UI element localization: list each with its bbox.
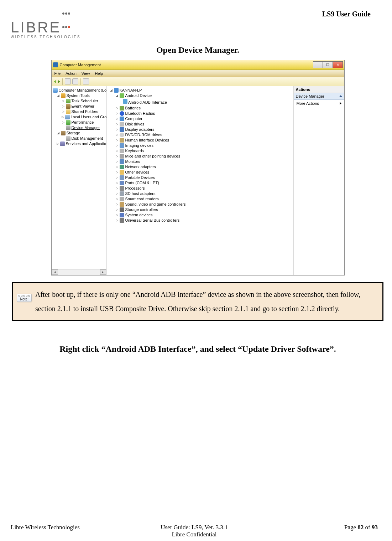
tree-device-manager[interactable]: Device Manager xyxy=(52,125,106,130)
tree-item[interactable]: ▷Local Users and Groups xyxy=(52,114,106,120)
tree-item[interactable]: ▷Performance xyxy=(52,120,106,125)
menu-action[interactable]: Action xyxy=(66,71,77,76)
expander-icon[interactable]: ▷ xyxy=(115,192,119,195)
tree-root[interactable]: Computer Management (Local) xyxy=(52,88,106,93)
tree-system-tools[interactable]: ◢System Tools xyxy=(52,93,106,98)
expander-icon[interactable]: ▷ xyxy=(115,117,119,120)
device-category[interactable]: ▷Other devices xyxy=(108,170,293,175)
collapse-icon[interactable] xyxy=(339,95,342,97)
computer-icon xyxy=(53,88,58,93)
computer-icon xyxy=(114,88,119,93)
expander-icon[interactable]: ▷ xyxy=(115,149,119,153)
expander-icon[interactable]: ▷ xyxy=(62,99,65,103)
expander-icon[interactable]: ▷ xyxy=(62,110,65,113)
device-category[interactable]: ▷Human Interface Devices xyxy=(108,138,293,143)
minimize-button[interactable]: – xyxy=(313,61,323,68)
device-category[interactable]: ▷Bluetooth Radios xyxy=(108,111,293,116)
expander-icon[interactable]: ▷ xyxy=(115,186,119,190)
device-category[interactable]: ▷Batteries xyxy=(108,105,293,111)
menu-help[interactable]: Help xyxy=(95,71,103,76)
device-category[interactable]: ▷Ports (COM & LPT) xyxy=(108,180,293,186)
device-root[interactable]: ◢KANNAN-LP xyxy=(108,88,293,93)
close-button[interactable]: ✕ xyxy=(333,61,343,68)
device-category[interactable]: ▷Storage controllers xyxy=(108,207,293,212)
performance-icon xyxy=(66,120,70,125)
expander-icon[interactable]: ▷ xyxy=(115,128,119,131)
expander-icon[interactable]: ◢ xyxy=(115,94,119,97)
note-text: After boot up, if there is only one “And… xyxy=(35,287,379,316)
expander-icon[interactable]: ▷ xyxy=(115,144,119,147)
expander-icon[interactable]: ◢ xyxy=(57,131,60,135)
scroll-right-icon[interactable]: ► xyxy=(100,269,106,275)
expander-icon[interactable]: ▷ xyxy=(115,213,119,217)
device-category[interactable]: ▷Monitors xyxy=(108,159,293,164)
forward-icon[interactable] xyxy=(58,80,60,83)
window-titlebar[interactable]: Computer Management – ☐ ✕ xyxy=(52,60,344,70)
scrollbar[interactable]: ◄ ► xyxy=(52,269,106,275)
expander-icon[interactable]: ▷ xyxy=(62,115,64,119)
expander-icon[interactable]: ◢ xyxy=(57,94,60,97)
tree-item[interactable]: ▷Task Scheduler xyxy=(52,98,106,104)
processor-icon xyxy=(120,186,124,191)
device-category[interactable]: ▷Disk drives xyxy=(108,122,293,127)
expander-icon[interactable]: ▷ xyxy=(115,154,119,158)
expander-icon[interactable]: ▷ xyxy=(115,181,119,185)
device-adb-interface[interactable]: Android ADB Interface xyxy=(108,98,293,105)
device-category[interactable]: ▷Portable Devices xyxy=(108,175,293,180)
device-category[interactable]: ▷Processors xyxy=(108,186,293,191)
expander-icon[interactable]: ▷ xyxy=(115,106,119,110)
display-icon xyxy=(120,127,124,132)
maximize-button[interactable]: ☐ xyxy=(323,61,333,68)
back-icon[interactable] xyxy=(54,80,56,83)
device-category[interactable]: ▷Keyboards xyxy=(108,148,293,154)
mouse-icon xyxy=(120,154,124,159)
keyboard-icon xyxy=(120,149,124,153)
tree-services[interactable]: ▷Services and Applications xyxy=(52,141,106,146)
scroll-left-icon[interactable]: ◄ xyxy=(52,269,58,275)
expander-icon[interactable]: ◢ xyxy=(110,88,113,92)
tree-storage[interactable]: ◢Storage xyxy=(52,130,106,136)
device-category[interactable]: ▷Smart card readers xyxy=(108,196,293,202)
tree-item[interactable]: ▷Shared Folders xyxy=(52,109,106,114)
device-category[interactable]: ▷Display adapters xyxy=(108,127,293,132)
actions-pane: Actions Device Manager More Actions xyxy=(294,86,344,275)
device-category[interactable]: ▷Universal Serial Bus controllers xyxy=(108,218,293,223)
device-category[interactable]: ▷Network adapters xyxy=(108,164,293,170)
actions-section[interactable]: Device Manager xyxy=(294,93,344,100)
toolbar-icon[interactable] xyxy=(65,78,71,84)
expander-icon[interactable]: ▷ xyxy=(115,197,119,201)
tree-item[interactable]: Disk Management xyxy=(52,136,106,141)
expander-icon[interactable]: ▷ xyxy=(57,142,59,145)
expander-icon[interactable]: ▷ xyxy=(115,138,119,142)
document-title: LS9 User Guide xyxy=(322,7,385,18)
device-android[interactable]: ◢Android Device xyxy=(108,93,293,98)
disk-icon xyxy=(66,136,70,141)
expander-icon[interactable]: ▷ xyxy=(115,176,119,179)
expander-icon[interactable]: ▷ xyxy=(115,202,119,206)
tree-item[interactable]: ▷Event Viewer xyxy=(52,104,106,109)
expander-icon[interactable]: ▷ xyxy=(115,165,119,169)
expander-icon[interactable]: ▷ xyxy=(62,120,65,124)
expander-icon[interactable]: ▷ xyxy=(115,133,119,136)
expander-icon[interactable]: ▷ xyxy=(115,170,119,174)
expander-icon[interactable]: ▷ xyxy=(115,122,119,126)
more-actions[interactable]: More Actions xyxy=(294,100,344,107)
expander-icon[interactable]: ▷ xyxy=(115,112,119,115)
device-category[interactable]: ▷Computer xyxy=(108,116,293,122)
expander-icon[interactable]: ▷ xyxy=(62,104,65,108)
toolbar-icon[interactable] xyxy=(83,78,89,84)
device-category[interactable]: ▷Sound, video and game controllers xyxy=(108,202,293,207)
menu-view[interactable]: View xyxy=(82,71,90,76)
device-category[interactable]: ▷System devices xyxy=(108,212,293,218)
expander-icon[interactable]: ▷ xyxy=(115,218,119,222)
menu-file[interactable]: File xyxy=(54,71,61,76)
expander-icon[interactable]: ▷ xyxy=(115,208,119,211)
expander-icon[interactable]: ▷ xyxy=(115,160,119,163)
device-category[interactable]: ▷Mice and other pointing devices xyxy=(108,154,293,159)
device-category[interactable]: ▷DVD/CD-ROM drives xyxy=(108,132,293,138)
device-category[interactable]: ▷SD host adapters xyxy=(108,191,293,196)
sound-icon xyxy=(120,202,124,207)
storage-icon xyxy=(61,131,66,135)
toolbar-icon[interactable] xyxy=(72,78,78,84)
device-category[interactable]: ▷Imaging devices xyxy=(108,143,293,148)
